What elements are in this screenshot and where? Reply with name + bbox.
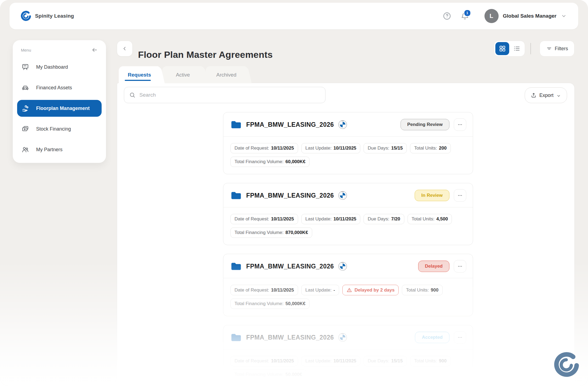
sidebar-item-floorplan-management[interactable]: Floorplan Management bbox=[17, 100, 102, 117]
wallet-icon bbox=[21, 125, 29, 133]
top-bar: Spinity Leasing 1 L Global Sales Manager bbox=[10, 3, 578, 29]
sidebar-header: Menu bbox=[17, 47, 102, 55]
bmw-logo-icon: B M W bbox=[338, 120, 347, 129]
notification-badge: 1 bbox=[464, 10, 471, 17]
dashboard-icon bbox=[21, 63, 29, 71]
hand-keys-icon bbox=[21, 105, 29, 112]
sidebar-item-label: Financed Assets bbox=[36, 85, 72, 91]
page-title: Floor Plan Master Agreements bbox=[138, 47, 273, 63]
folder-icon bbox=[230, 333, 242, 342]
agreement-card: FPMA_BMW_LEASING_2026 B M W Accepted Dat… bbox=[223, 325, 473, 386]
info-chip: Last Update:10/11/2025 bbox=[301, 214, 361, 224]
active-tab-underline bbox=[125, 80, 151, 81]
profile-menu[interactable]: L Global Sales Manager bbox=[484, 9, 567, 23]
app-canvas: Spinity Leasing 1 L Global Sales Manager… bbox=[0, 0, 588, 386]
search-box bbox=[124, 87, 326, 103]
info-chip: Due Days:15/15 bbox=[364, 143, 407, 153]
tab-label: Archived bbox=[216, 72, 236, 78]
sidebar-item-label: My Dashboard bbox=[36, 64, 68, 70]
info-chip: Total Financing Volume:60,000K€ bbox=[230, 157, 309, 167]
more-actions-button[interactable] bbox=[454, 189, 466, 202]
tab-active[interactable]: Active bbox=[162, 66, 204, 83]
export-button[interactable]: Export bbox=[525, 87, 567, 103]
search-icon bbox=[129, 92, 136, 98]
grid-icon bbox=[499, 45, 506, 52]
chip-row: Date of Request:10/11/2025Last Update:-D… bbox=[223, 278, 473, 316]
folder-icon bbox=[230, 262, 242, 271]
list-icon bbox=[513, 45, 520, 52]
sidebar-item-label: Stock Financing bbox=[36, 126, 71, 132]
info-chip: Last Update:10/11/2025 bbox=[301, 356, 361, 366]
svg-text:B M W: B M W bbox=[342, 121, 344, 122]
agreement-card: FPMA_BMW_LEASING_2026 B M W Pending Revi… bbox=[223, 112, 473, 174]
chip-row: Date of Request:10/11/2025Last Update:10… bbox=[223, 137, 473, 174]
chevron-left-icon bbox=[122, 46, 127, 51]
status-badge: In Review bbox=[415, 190, 449, 201]
sidebar-item-label: My Partners bbox=[36, 147, 62, 153]
agreement-title: FPMA_BMW_LEASING_2026 bbox=[246, 192, 334, 199]
svg-text:B M W: B M W bbox=[342, 333, 344, 334]
sidebar-item-my-dashboard[interactable]: My Dashboard bbox=[17, 59, 102, 75]
filter-icon bbox=[546, 46, 552, 52]
chevron-down-icon bbox=[561, 13, 567, 19]
tab-requests[interactable]: Requests bbox=[119, 66, 160, 83]
info-chip: Total Units:900 bbox=[402, 285, 442, 295]
notifications-button[interactable]: 1 bbox=[459, 11, 470, 21]
agreement-title: FPMA_BMW_LEASING_2026 bbox=[246, 263, 334, 270]
help-button[interactable] bbox=[442, 11, 452, 21]
more-actions-button[interactable] bbox=[454, 118, 466, 131]
chevron-down-icon bbox=[556, 93, 561, 98]
upload-icon bbox=[531, 92, 537, 98]
status-badge: Accepted bbox=[415, 332, 449, 343]
toolbar-divider bbox=[530, 43, 531, 54]
info-chip: Total Units:900 bbox=[410, 356, 451, 366]
sidebar-collapse-button[interactable] bbox=[91, 47, 98, 53]
agreement-card: FPMA_BMW_LEASING_2026 B M W In Review Da… bbox=[223, 183, 473, 245]
watermark-swirl-icon bbox=[553, 352, 580, 378]
brand-name: Spinity Leasing bbox=[35, 13, 74, 19]
svg-text:B M W: B M W bbox=[342, 191, 344, 192]
brand: Spinity Leasing bbox=[20, 11, 74, 21]
info-chip: Total Units:200 bbox=[410, 143, 451, 153]
info-chip: Total Financing Volume:50.000€ bbox=[230, 369, 306, 380]
sidebar: Menu My Dashboard Financed Assets Floorp… bbox=[13, 40, 106, 163]
user-role-label: Global Sales Manager bbox=[503, 13, 556, 19]
more-actions-button[interactable] bbox=[454, 331, 466, 344]
card-header: FPMA_BMW_LEASING_2026 B M W In Review bbox=[223, 183, 473, 207]
folder-icon bbox=[230, 191, 242, 200]
card-header: FPMA_BMW_LEASING_2026 B M W Pending Revi… bbox=[223, 112, 473, 136]
sidebar-item-financed-assets[interactable]: Financed Assets bbox=[17, 79, 102, 96]
sidebar-items: My Dashboard Financed Assets Floorplan M… bbox=[17, 59, 102, 158]
card-header: FPMA_BMW_LEASING_2026 B M W Accepted bbox=[223, 325, 473, 349]
tab-label: Requests bbox=[128, 72, 151, 78]
agreement-card-list: FPMA_BMW_LEASING_2026 B M W Pending Revi… bbox=[223, 112, 473, 386]
agreement-card: FPMA_BMW_LEASING_2026 B M W Delayed Date… bbox=[223, 254, 473, 316]
svg-text:B M W: B M W bbox=[342, 262, 344, 263]
grid-view-button[interactable] bbox=[495, 42, 509, 55]
search-input[interactable] bbox=[139, 92, 320, 98]
chip-row: Date of Request:10/11/2025Last Update:10… bbox=[223, 207, 473, 245]
agreement-title: FPMA_BMW_LEASING_2026 bbox=[246, 334, 334, 341]
more-actions-button[interactable] bbox=[454, 260, 466, 273]
tab-archived[interactable]: Archived bbox=[206, 66, 247, 83]
arrow-left-icon bbox=[91, 47, 98, 53]
info-chip: Date of Request:10/11/2025 bbox=[230, 356, 298, 366]
help-icon bbox=[443, 12, 451, 20]
sidebar-item-label: Floorplan Management bbox=[36, 106, 90, 111]
bmw-logo-icon: B M W bbox=[338, 191, 347, 200]
bmw-logo-icon: B M W bbox=[338, 262, 347, 271]
view-toggle bbox=[494, 41, 525, 56]
people-icon bbox=[21, 146, 29, 153]
list-view-button[interactable] bbox=[510, 42, 524, 55]
agreement-title: FPMA_BMW_LEASING_2026 bbox=[246, 121, 334, 128]
filters-label: Filters bbox=[555, 46, 568, 52]
card-header: FPMA_BMW_LEASING_2026 B M W Delayed bbox=[223, 254, 473, 278]
delay-alert-chip: Delayed by 2 days bbox=[342, 285, 399, 295]
sidebar-item-stock-financing[interactable]: Stock Financing bbox=[17, 121, 102, 137]
export-label: Export bbox=[539, 93, 553, 98]
chip-row: Date of Request:10/11/2025Last Update:10… bbox=[223, 349, 473, 386]
sidebar-item-my-partners[interactable]: My Partners bbox=[17, 141, 102, 158]
filters-button[interactable]: Filters bbox=[540, 41, 574, 56]
back-button[interactable] bbox=[117, 41, 133, 56]
info-chip: Due Days:7/20 bbox=[364, 214, 404, 224]
